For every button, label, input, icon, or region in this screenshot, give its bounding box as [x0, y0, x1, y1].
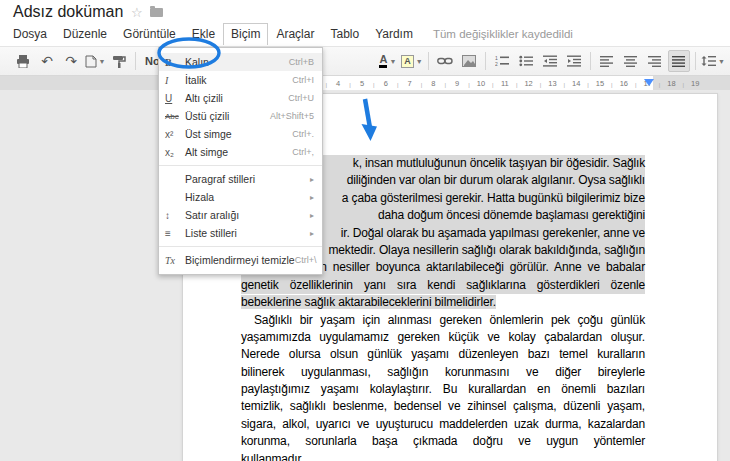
align-justify-button[interactable] [668, 50, 690, 72]
ruler-number: 15 [596, 79, 604, 88]
menu-item-label: Liste stilleri [185, 227, 310, 239]
format-menu-item-9[interactable]: ↕Satır aralığı▸ [159, 206, 322, 224]
document-line[interactable]: sigara, alkol, uyarıcı ve uyuşturucu mad… [241, 416, 645, 433]
highlight-color-button[interactable]: A ▼ [401, 50, 423, 72]
format-menu-item-2[interactable]: UAltı çiziliCtrl+U [159, 89, 322, 107]
right-indent-marker[interactable] [644, 79, 654, 86]
document-line[interactable]: korunma, sorunlarla başa çıkmada doğru v… [241, 433, 645, 450]
subscript-icon: x₂ [165, 147, 185, 158]
dropdown-arrow-icon: ▼ [99, 58, 106, 65]
print-icon [16, 55, 30, 68]
ruler-number: 11 [501, 79, 509, 88]
menu-tablo[interactable]: Tablo [322, 24, 367, 44]
document-title[interactable]: Adsız doküman [13, 3, 123, 21]
text-color-button[interactable]: A ▼ [377, 50, 399, 72]
format-menu-item-5[interactable]: x₂Alt simgeCtrl+, [159, 143, 322, 161]
format-menu-item-1[interactable]: IİtalikCtrl+I [159, 71, 322, 89]
document-line[interactable]: Sağlıklı bir yaşam için alınması gereken… [241, 312, 645, 329]
document-line[interactable]: paylaştığımız yaşamı kolaylaştırır. Bu k… [241, 381, 645, 398]
menu-item-shortcut: Ctrl+\ [295, 255, 317, 265]
decrease-indent-icon [543, 55, 557, 67]
format-menu-item-8[interactable]: Hizala▸ [159, 188, 322, 206]
bold-icon: B [165, 57, 185, 68]
dropdown-arrow-icon: ▼ [718, 58, 725, 65]
align-justify-icon [672, 56, 685, 67]
menu-yardim[interactable]: Yardım [367, 24, 421, 44]
document-line[interactable]: temizlik, sağlıklı beslenme, bedensel ve… [241, 398, 645, 415]
save-status[interactable]: Tüm değişiklikler kaydedildi [433, 28, 573, 40]
increase-indent-button[interactable] [563, 50, 585, 72]
line-spacing-button[interactable]: ▼ [701, 50, 725, 72]
increase-indent-icon [567, 55, 581, 67]
selected-text: bebeklerine sağlık aktarabileceklerini b… [241, 295, 496, 309]
ruler-number: 9 [455, 79, 459, 88]
document-line[interactable]: bilinerek uygulanması, sağlığın korunmas… [241, 364, 645, 381]
menu-separator [159, 246, 322, 247]
format-menu-item-10[interactable]: ≡Liste stilleri▸ [159, 224, 322, 242]
format-menu-item-4[interactable]: x²Üst simgeCtrl+. [159, 125, 322, 143]
menu-duzenle[interactable]: Düzenle [55, 24, 115, 44]
ruler-number: 7 [408, 79, 412, 88]
menu-item-shortcut: Ctrl+I [292, 75, 314, 85]
format-menu-item-7[interactable]: Paragraf stilleri▸ [159, 170, 322, 188]
document-line[interactable]: kullanmadır. [241, 451, 645, 461]
bulleted-list-button[interactable] [515, 50, 537, 72]
menu-item-label: Biçimlendirmeyi temizle [185, 254, 295, 266]
ruler-number: 4 [336, 79, 340, 88]
align-left-button[interactable] [596, 50, 618, 72]
menu-item-shortcut: Ctrl+U [288, 93, 314, 103]
align-right-button[interactable] [644, 50, 666, 72]
ruler-number: 14 [572, 79, 580, 88]
format-menu-item-3[interactable]: AbcÜstü çiziliAlt+Shift+5 [159, 107, 322, 125]
ruler-tick: | [635, 82, 637, 88]
menu-araclar[interactable]: Araçlar [268, 24, 322, 44]
menu-ekle[interactable]: Ekle [184, 24, 223, 44]
menu-item-label: Satır aralığı [185, 209, 310, 221]
web-clipboard-button[interactable]: ▼ [84, 50, 106, 72]
ruler-number: 8 [431, 79, 435, 88]
menu-item-shortcut: Ctrl+, [292, 147, 314, 157]
star-icon[interactable]: ☆ [131, 5, 143, 20]
print-button[interactable] [12, 50, 34, 72]
format-menu-item-12[interactable]: TxBiçimlendirmeyi temizleCtrl+\ [159, 251, 322, 269]
document-line[interactable]: Nerede olursa olsun günlük yaşamı düzenl… [241, 346, 645, 363]
ruler-number: 19 [691, 79, 699, 88]
undo-button[interactable]: ↶ [36, 50, 58, 72]
document-line[interactable]: bebeklerine sağlık aktarabileceklerini b… [241, 294, 645, 311]
numbered-list-button[interactable]: 12 [491, 50, 513, 72]
folder-icon[interactable] [150, 8, 163, 17]
menubar: Dosya Düzenle Görüntüle Ekle Biçim Araçl… [0, 22, 730, 46]
toolbar-separator [485, 52, 486, 70]
ruler-tick: | [468, 82, 470, 88]
menu-item-label: Üstü çizili [185, 110, 270, 122]
menu-bicim[interactable]: Biçim [223, 23, 268, 45]
ruler-tick: | [564, 82, 566, 88]
ruler-number: 12 [524, 79, 532, 88]
menu-dosya[interactable]: Dosya [5, 24, 55, 44]
paint-roller-icon [112, 55, 126, 68]
menu-goruntule[interactable]: Görüntüle [115, 24, 184, 44]
decrease-indent-button[interactable] [539, 50, 561, 72]
toolbar-separator [590, 52, 591, 70]
dropdown-arrow-icon: ▼ [416, 58, 423, 65]
dropdown-arrow-icon: ▼ [389, 58, 396, 65]
align-center-button[interactable] [620, 50, 642, 72]
insert-link-button[interactable] [434, 50, 456, 72]
document-line[interactable]: genetik özelliklerinin yanı sıra kendi s… [241, 277, 645, 294]
ruler-tick: | [587, 82, 589, 88]
redo-icon: ↷ [65, 54, 77, 68]
ruler-tick: | [373, 82, 375, 88]
ruler-number: 18 [667, 79, 675, 88]
superscript-icon: x² [165, 129, 185, 140]
undo-icon: ↶ [41, 54, 53, 68]
line-spacing-icon [701, 55, 716, 67]
svg-text:1: 1 [495, 55, 498, 61]
clear-formatting-icon: Tx [165, 255, 185, 266]
document-line[interactable]: yaşamımızda uygulamamız gereken küçük ve… [241, 329, 645, 346]
paint-format-button[interactable] [108, 50, 130, 72]
format-menu-item-0[interactable]: BKalınCtrl+B [159, 53, 322, 71]
insert-image-button[interactable] [458, 50, 480, 72]
redo-button[interactable]: ↷ [60, 50, 82, 72]
submenu-arrow-icon: ▸ [310, 211, 314, 220]
submenu-arrow-icon: ▸ [310, 175, 314, 184]
